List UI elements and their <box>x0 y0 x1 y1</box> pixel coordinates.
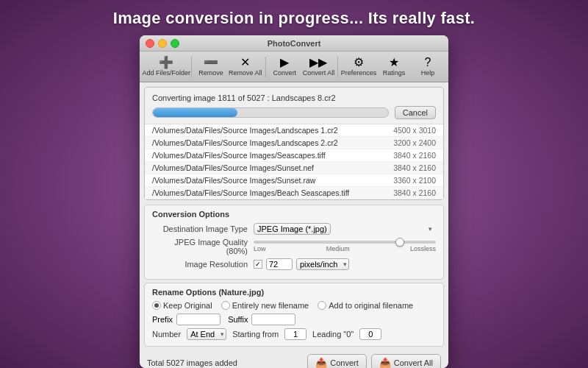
table-row: /Volumes/Data/Files/Source Images/Landsc… <box>145 124 443 137</box>
starting-from-input[interactable] <box>284 328 306 340</box>
file-size: 4500 x 3010 <box>393 126 436 135</box>
file-list: /Volumes/Data/Files/Source Images/Landsc… <box>145 124 443 199</box>
new-filename-option[interactable]: Entirely new filename <box>221 301 309 310</box>
resolution-label: Image Resolution <box>152 260 248 269</box>
toolbar-convert-button[interactable]: ▶ Convert <box>268 54 301 79</box>
help-icon: ? <box>425 57 431 68</box>
conversion-options: Conversion Options Destination Image Typ… <box>144 205 444 280</box>
table-row: /Volumes/Data/Files/Source Images/Landsc… <box>145 137 443 149</box>
file-path: /Volumes/Data/Files/Source Images/Sunset… <box>152 176 386 185</box>
quality-slider-area: Low Medium Lossless <box>254 241 436 252</box>
preferences-label: Preferences <box>341 69 377 77</box>
toolbar-convert-all-button[interactable]: ▶▶ Convert All <box>302 54 334 79</box>
table-row: /Volumes/Data/Files/Source Images/Sunset… <box>145 162 443 174</box>
table-row: /Volumes/Data/Files/Source Images/Beach … <box>145 187 443 199</box>
add-to-original-label: Add to original filename <box>329 301 413 310</box>
traffic-lights <box>146 39 179 48</box>
suffix-label: Suffix <box>228 315 248 324</box>
help-label: Help <box>421 69 435 77</box>
convert-icon: ▶ <box>280 57 289 68</box>
quality-label: JPEG Image Quality (80%) <box>152 238 248 255</box>
progress-label: Converting image 1811 of 5027 : Landscap… <box>152 93 436 102</box>
file-size: 3360 x 2100 <box>393 176 436 185</box>
titlebar: PhotoConvert <box>140 35 448 52</box>
rename-fields: Prefix Suffix <box>152 314 436 325</box>
window-title: PhotoConvert <box>268 39 321 48</box>
total-label: Total 5027 images added <box>147 358 237 367</box>
leading-zero-label: Leading "0" <box>312 330 354 339</box>
slider-low-label: Low <box>254 245 266 252</box>
unit-select-wrapper: pixels/inch <box>296 258 349 270</box>
separator-2 <box>265 57 266 77</box>
help-button[interactable]: ? Help <box>412 54 444 79</box>
ratings-button[interactable]: ★ Ratings <box>378 54 410 79</box>
minimize-button[interactable] <box>158 39 167 48</box>
app-window: PhotoConvert ➕ Add Files/Folder ➖ Remove… <box>140 35 448 368</box>
slider-lossless-label: Lossless <box>410 245 436 252</box>
add-to-original-radio[interactable] <box>318 301 326 310</box>
suffix-field-group: Suffix <box>228 314 295 325</box>
remove-icon: ➖ <box>204 57 218 68</box>
suffix-input[interactable] <box>251 314 295 325</box>
close-button[interactable] <box>146 39 154 48</box>
table-row: /Volumes/Data/Files/Source Images/Sunset… <box>145 174 443 187</box>
table-row: /Volumes/Data/Files/Source Images/Seasca… <box>145 149 443 162</box>
convert-all-icon: ▶▶ <box>309 57 327 68</box>
rename-options-title: Rename Options (Nature.jpg) <box>152 288 436 297</box>
progress-row: Cancel <box>152 106 436 119</box>
convert-btn-icon: 📤 <box>315 357 327 368</box>
main-content: Converting image 1811 of 5027 : Landscap… <box>144 87 444 200</box>
add-icon: ➕ <box>159 57 173 68</box>
keep-original-radio[interactable] <box>152 301 161 310</box>
cancel-button[interactable]: Cancel <box>395 106 436 119</box>
number-position-select[interactable]: At End <box>187 328 226 340</box>
convert-button[interactable]: 📤 Convert <box>307 354 367 368</box>
new-filename-radio[interactable] <box>221 301 230 310</box>
ratings-icon: ★ <box>389 57 399 68</box>
add-files-label: Add Files/Folder <box>142 69 190 77</box>
add-to-original-option[interactable]: Add to original filename <box>318 301 413 310</box>
remove-button[interactable]: ➖ Remove <box>195 54 227 79</box>
resolution-checkbox[interactable]: ✓ <box>254 260 262 269</box>
number-stepper-wrapper: At End <box>187 328 226 340</box>
prefix-field-group: Prefix <box>152 314 220 325</box>
action-buttons: 📤 Convert 📤 Convert All <box>307 354 441 368</box>
file-path: /Volumes/Data/Files/Source Images/Landsc… <box>152 126 386 135</box>
remove-all-icon: ✕ <box>240 57 250 68</box>
remove-all-button[interactable]: ✕ Remove All <box>229 54 262 79</box>
resolution-input[interactable] <box>266 258 293 270</box>
dest-type-select-wrapper: JPEG Image (*.jpg) <box>254 223 436 235</box>
dest-type-row: Destination Image Type JPEG Image (*.jpg… <box>152 223 436 235</box>
headline: Image conversion in progress... Its real… <box>113 9 475 28</box>
quality-slider-track[interactable] <box>254 241 436 244</box>
remove-label: Remove <box>198 69 223 77</box>
maximize-button[interactable] <box>171 39 179 48</box>
keep-original-label: Keep Original <box>163 301 212 310</box>
resolution-area: ✓ pixels/inch <box>254 258 349 270</box>
quality-row: JPEG Image Quality (80%) Low Medium Loss… <box>152 238 436 255</box>
progress-bar-container <box>152 107 389 118</box>
add-files-button[interactable]: ➕ Add Files/Folder <box>144 54 188 79</box>
prefix-input[interactable] <box>176 314 220 325</box>
slider-labels: Low Medium Lossless <box>254 245 436 252</box>
toolbar-convert-all-label: Convert All <box>303 69 335 77</box>
progress-area: Converting image 1811 of 5027 : Landscap… <box>145 88 443 124</box>
file-path: /Volumes/Data/Files/Source Images/Seasca… <box>152 151 386 160</box>
rename-options: Rename Options (Nature.jpg) Keep Origina… <box>144 283 444 347</box>
keep-original-option[interactable]: Keep Original <box>152 301 212 310</box>
file-size: 3840 x 2160 <box>393 151 436 160</box>
file-path: /Volumes/Data/Files/Source Images/Landsc… <box>152 138 386 147</box>
leading-zero-input[interactable] <box>359 328 381 340</box>
resolution-unit-select[interactable]: pixels/inch <box>296 258 349 270</box>
convert-btn-label: Convert <box>330 358 359 367</box>
resolution-row: Image Resolution ✓ pixels/inch <box>152 258 436 270</box>
remove-all-label: Remove All <box>229 69 262 77</box>
conversion-options-title: Conversion Options <box>152 210 436 219</box>
convert-all-button[interactable]: 📤 Convert All <box>371 354 441 368</box>
preferences-button[interactable]: ⚙ Preferences <box>341 54 376 79</box>
number-label: Number <box>152 330 181 339</box>
toolbar-convert-label: Convert <box>273 69 297 77</box>
dest-type-select[interactable]: JPEG Image (*.jpg) <box>254 223 331 235</box>
prefix-label: Prefix <box>152 315 173 324</box>
separator-3 <box>337 57 338 77</box>
